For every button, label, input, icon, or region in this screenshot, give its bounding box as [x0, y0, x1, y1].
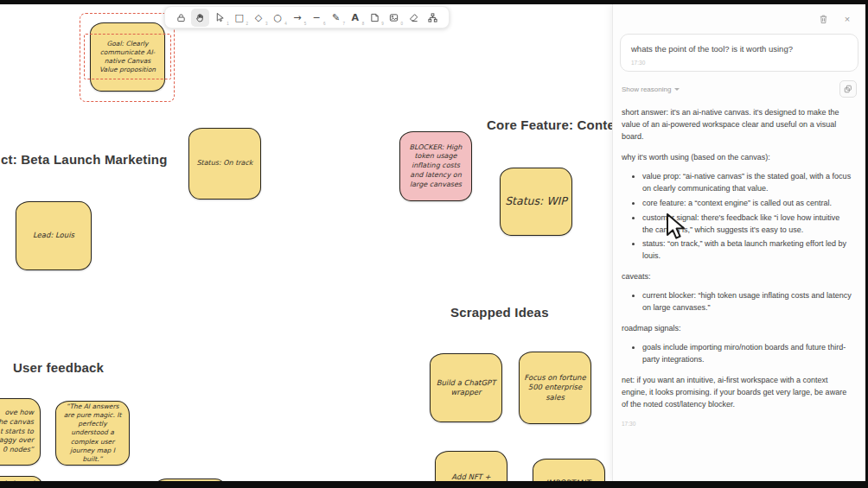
arrow-icon: → [293, 13, 301, 22]
reasoning-row: Show reasoning [622, 80, 857, 98]
image-icon [389, 13, 399, 22]
shortcut-label: 1 [227, 22, 229, 26]
shortcut-label: 3 [265, 22, 268, 26]
sticky-note-fortune-500[interactable]: Focus on fortune 500 enterprise sales [519, 352, 591, 424]
letterbox-top [0, 0, 868, 4]
shortcut-label: 6 [323, 22, 326, 26]
close-panel-button[interactable]: × [839, 11, 855, 27]
pencil-icon: ✎ [332, 13, 340, 22]
eraser-icon [409, 13, 418, 22]
hand-tool-button[interactable] [191, 9, 209, 27]
chat-panel: × whats the point of the tool? is it wor… [612, 4, 865, 481]
ellipse-icon: ○ [274, 13, 283, 22]
image-tool-button[interactable]: 0 [385, 9, 403, 27]
answer-bullet: value prop: “ai-native canvas” is the st… [642, 171, 852, 195]
diamond-icon: ◇ [255, 13, 262, 22]
letterbox-bottom [0, 481, 868, 488]
answer-section-heading: caveats: [622, 271, 852, 283]
canvas-heading-project[interactable]: ct: Beta Launch Marketing [1, 152, 168, 167]
sticky-note-goal[interactable]: Goal: Clearly communicate AI-native Canv… [90, 22, 165, 92]
user-message-bubble: whats the point of the tool? is it worth… [620, 34, 858, 72]
answer-bullet: goals include importing miro/notion boar… [642, 342, 852, 366]
delete-chat-button[interactable] [815, 12, 831, 28]
user-message-text: whats the point of the tool? is it worth… [631, 44, 847, 54]
answer-bullet-list: current blocker: “high token usage infla… [622, 290, 852, 314]
shortcut-label: 4 [284, 22, 287, 26]
copy-answer-button[interactable] [839, 80, 857, 98]
answer-bullet: status: “on track,” with a beta launch m… [642, 238, 852, 263]
diamond-tool-button[interactable]: ◇ 3 [250, 9, 268, 27]
chat-panel-header: × [613, 4, 865, 29]
answer-bullet-list: goals include importing miro/notion boar… [622, 342, 852, 366]
shortcut-label: 8 [362, 22, 365, 26]
line-icon: − [313, 13, 321, 22]
more-shapes-tool-button[interactable] [424, 9, 442, 27]
answer-bullet: core feature: a “context engine” is call… [642, 198, 852, 210]
lock-tool-button[interactable] [172, 9, 190, 27]
eraser-tool-button[interactable] [405, 9, 423, 27]
copy-icon [844, 81, 852, 97]
canvas-heading-core-feature[interactable]: Core Feature: Context [487, 117, 627, 132]
shortcut-label: 5 [304, 22, 307, 26]
rectangle-tool-button[interactable]: □ 2 [230, 9, 248, 27]
show-reasoning-toggle[interactable]: Show reasoning [622, 86, 680, 93]
answer-net: net: if you want an intuitive, ai-first … [622, 375, 852, 411]
shapes-graph-icon [428, 13, 437, 22]
sticky-note-icon [370, 13, 380, 22]
answer-intro: short answer: it's an ai-native canvas. … [622, 107, 852, 143]
line-tool-button[interactable]: − 6 [308, 9, 326, 27]
arrow-tool-button[interactable]: → 5 [288, 9, 306, 27]
rectangle-icon: □ [234, 13, 243, 22]
text-icon: A [352, 13, 360, 22]
sticky-note-chatgpt-wrapper[interactable]: Build a ChatGPT wrapper [430, 353, 502, 422]
trash-icon [819, 12, 828, 28]
canvas-heading-user-feedback[interactable]: User feedback [13, 360, 104, 375]
draw-tool-button[interactable]: ✎ 7 [327, 9, 345, 27]
shortcut-label: 9 [381, 22, 384, 26]
lock-icon [176, 13, 186, 22]
answer-bullet-list: value prop: “ai-native canvas” is the st… [622, 171, 852, 263]
answer-bullet: current blocker: “high token usage infla… [642, 290, 852, 314]
assistant-answer: short answer: it's an ai-native canvas. … [622, 107, 852, 428]
answer-section-heading: why it's worth using (based on the canva… [622, 152, 852, 164]
select-cursor-icon [215, 12, 225, 22]
note-tool-button[interactable]: 9 [366, 9, 384, 27]
answer-time: 17:30 [622, 420, 852, 428]
shortcut-label: 2 [246, 22, 249, 26]
sticky-note-blocker[interactable]: BLOCKER: High token usage inflating cost… [399, 131, 472, 201]
hand-icon [195, 13, 205, 22]
answer-section-heading: roadmap signals: [622, 323, 852, 335]
ellipse-tool-button[interactable]: ○ 4 [269, 9, 287, 27]
app-window: ct: Beta Launch Marketing Core Feature: … [0, 0, 868, 488]
drawing-toolbar: 1 □ 2 ◇ 3 ○ 4 → 5 − 6 ✎ 7 A 8 [164, 6, 450, 29]
select-tool-button[interactable]: 1 [211, 9, 229, 27]
user-message-time: 17:30 [631, 60, 847, 66]
sticky-note-lead-louis[interactable]: Lead: Louis [16, 201, 92, 270]
text-tool-button[interactable]: A 8 [346, 9, 364, 27]
sticky-note-feedback-magic[interactable]: “The AI answers are pure magic. It perfe… [55, 401, 130, 466]
sticky-note-status-on-track[interactable]: Status: On track [188, 128, 261, 200]
close-icon: × [845, 14, 850, 24]
shortcut-label: 0 [401, 22, 404, 26]
shortcut-label: 7 [342, 22, 345, 26]
sticky-note-feedback-intuitive[interactable]: ove how s the canvas t starts to aggy ov… [0, 398, 41, 466]
sticky-note-status-wip[interactable]: Status: WIP [500, 168, 572, 236]
answer-bullet: customer signal: there's feedback like “… [642, 212, 852, 237]
canvas-heading-scrapped-ideas[interactable]: Scrapped Ideas [450, 305, 549, 320]
